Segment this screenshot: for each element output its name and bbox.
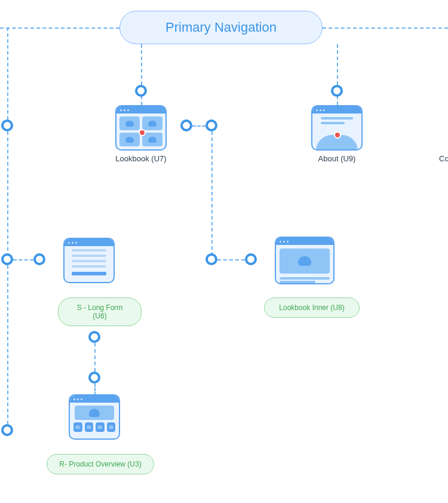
primary-navigation-label: Primary Navigation (165, 20, 277, 35)
primary-navigation-node[interactable]: Primary Navigation (119, 11, 323, 44)
connector-node[interactable] (1, 119, 13, 131)
connector-line (211, 131, 213, 256)
connector-line (337, 96, 338, 105)
connector-line (192, 125, 205, 127)
hotspot-marker-icon (139, 129, 146, 136)
connector-line (217, 259, 245, 260)
connector-node[interactable] (88, 331, 100, 343)
product-overview-label[interactable]: R- Product Overview (U3) (47, 454, 154, 474)
connector-line (7, 131, 8, 257)
lookbook-label: Lookbook (U7) (93, 154, 189, 163)
connector-node[interactable] (205, 253, 217, 265)
lookbook-inner-thumbnail[interactable] (275, 237, 335, 284)
connector-node[interactable] (180, 119, 192, 131)
connector-line (0, 27, 119, 29)
connector-node[interactable] (33, 253, 45, 265)
connector-line (7, 27, 8, 119)
connector-node[interactable] (245, 253, 257, 265)
lookbook-inner-label[interactable]: Lookbook Inner (U8) (264, 297, 360, 318)
connector-line (13, 259, 33, 260)
connector-node[interactable] (205, 119, 217, 131)
long-form-label[interactable]: S - Long Form (U6) (58, 297, 142, 326)
lookbook-thumbnail[interactable] (115, 105, 167, 151)
about-label: About (U9) (289, 154, 385, 163)
product-overview-thumbnail[interactable] (69, 394, 120, 440)
sitemap-canvas[interactable]: Primary Navigation Lookbook (U7) (0, 0, 448, 503)
connector-line (141, 44, 142, 85)
connector-line (141, 96, 142, 105)
connector-node[interactable] (135, 85, 147, 97)
connector-line (94, 343, 96, 372)
connector-line (323, 27, 448, 29)
about-thumbnail[interactable] (311, 105, 363, 151)
hotspot-marker-icon (334, 131, 341, 139)
connector-node[interactable] (1, 424, 13, 436)
long-form-thumbnail[interactable] (63, 238, 115, 283)
connector-line (94, 384, 96, 395)
connector-line (7, 265, 8, 424)
connector-node[interactable] (88, 372, 100, 384)
truncated-node-label: Co (439, 154, 448, 163)
connector-node[interactable] (331, 85, 343, 97)
connector-line (337, 44, 338, 85)
connector-node[interactable] (1, 253, 13, 265)
